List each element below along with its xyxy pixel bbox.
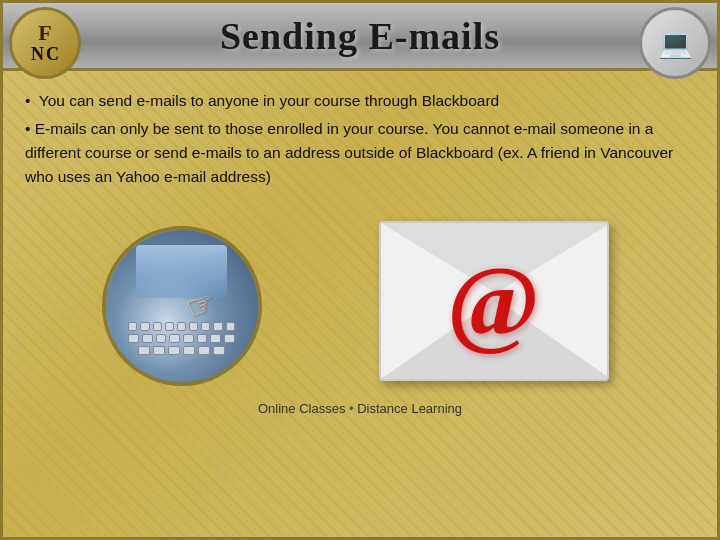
footer-right: Distance Learning: [357, 401, 462, 416]
logo-left: F N C: [9, 7, 81, 79]
content-text: • You can send e-mails to anyone in your…: [25, 89, 695, 189]
slide: F N C Sending E-mails 💻 • You can send e…: [0, 0, 720, 540]
laptop-icon: 💻: [658, 27, 693, 60]
footer-separator: •: [349, 401, 354, 416]
keyboard-image: ☞: [102, 226, 262, 386]
header-bar: F N C Sending E-mails 💻: [3, 3, 717, 71]
images-row: ☞ @: [3, 211, 717, 391]
logo-right: 💻: [639, 7, 711, 79]
content-area: • You can send e-mails to anyone in your…: [3, 71, 717, 203]
envelope-container: @: [379, 221, 619, 391]
envelope: @: [379, 221, 609, 381]
bullet-1: • You can send e-mails to anyone in your…: [25, 89, 695, 113]
page-title: Sending E-mails: [220, 14, 500, 58]
footer: Online Classes • Distance Learning: [3, 391, 717, 424]
at-symbol: @: [447, 251, 540, 351]
footer-left: Online Classes: [258, 401, 345, 416]
bullet-2: • E-mails can only be sent to those enro…: [25, 117, 695, 189]
